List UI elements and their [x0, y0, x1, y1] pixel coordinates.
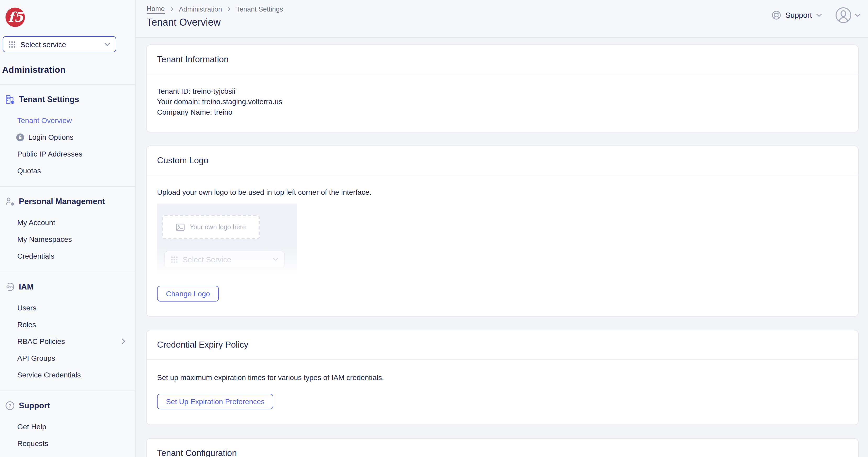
sidebar-section-header-iam[interactable]: IAM: [0, 281, 135, 293]
f5-logo-text: f5: [8, 9, 24, 25]
content-column: Home Administration Tenant Settings Tena…: [135, 0, 868, 457]
sidebar-item-roles[interactable]: Roles: [0, 316, 135, 333]
sidebar-section-header-support[interactable]: ? Support: [0, 399, 135, 412]
account-menu[interactable]: [835, 7, 861, 24]
sidebar-item-requests[interactable]: Requests: [0, 435, 135, 452]
sidebar-section-iam: IAM Users Roles RBAC Policies API Groups: [0, 272, 135, 391]
sidebar-section-personal-management: Personal Management My Account My Namesp…: [0, 186, 135, 272]
f5-logo-icon: f5: [5, 7, 25, 27]
mock-select-service: Select Service: [164, 251, 285, 268]
sidebar-section-support: ? Support Get Help Requests: [0, 391, 135, 457]
chevron-right-icon: [169, 6, 174, 11]
custom-logo-card: Custom Logo Upload your own logo to be u…: [146, 146, 859, 317]
select-service-label: Select service: [21, 40, 66, 49]
logo-placeholder-label: Your own logo here: [190, 222, 246, 233]
grid-icon: [170, 256, 178, 263]
chevron-down-icon: [104, 42, 111, 46]
chevron-down-icon: [816, 13, 822, 17]
sidebar-item-login-options[interactable]: Login Options: [0, 129, 135, 146]
sidebar-nav: Tenant Settings Tenant Overview Login Op…: [0, 84, 135, 457]
sidebar-item-rbac-policies[interactable]: RBAC Policies: [0, 333, 135, 350]
card-title: Credential Expiry Policy: [157, 340, 248, 350]
sidebar-section-title: Tenant Settings: [19, 95, 79, 104]
sidebar-item-label: RBAC Policies: [17, 337, 65, 345]
company-name-line: Company Name: treino: [157, 107, 847, 117]
page-header: Home Administration Tenant Settings Tena…: [135, 0, 868, 38]
card-title: Tenant Information: [157, 55, 228, 64]
lock-badge-icon: [16, 133, 24, 141]
support-menu-label: Support: [785, 11, 812, 19]
sidebar-section-header-tenant-settings[interactable]: Tenant Settings: [0, 93, 135, 106]
breadcrumb-item-tenant-settings: Tenant Settings: [236, 5, 283, 13]
sidebar-items: Tenant Overview Login Options Public IP …: [0, 112, 135, 179]
breadcrumb: Home Administration Tenant Settings: [147, 0, 868, 13]
building-gear-icon: [5, 94, 15, 105]
sidebar-items: My Account My Namespaces Credentials: [0, 214, 135, 264]
mock-select-service-label: Select Service: [183, 254, 231, 265]
sidebar-item-label: Login Options: [28, 133, 73, 141]
tenant-configuration-card: Tenant Configuration: [146, 438, 859, 457]
sidebar-items: Get Help Requests: [0, 418, 135, 452]
chevron-right-icon: [227, 6, 231, 11]
main-content: Tenant Information Tenant ID: treino-tyj…: [135, 38, 868, 457]
sidebar-items: Users Roles RBAC Policies API Groups Ser…: [0, 299, 135, 383]
page-title: Tenant Overview: [147, 16, 868, 29]
sidebar-item-users[interactable]: Users: [0, 299, 135, 316]
svg-text:?: ?: [8, 403, 11, 408]
set-up-expiration-preferences-button[interactable]: Set Up Expiration Preferences: [157, 394, 274, 409]
f5-logo[interactable]: f5: [5, 7, 25, 27]
sidebar-item-tenant-overview[interactable]: Tenant Overview: [0, 112, 135, 129]
chevron-down-icon: [273, 257, 279, 261]
sidebar-section-title: Support: [19, 401, 50, 410]
sidebar-item-service-credentials[interactable]: Service Credentials: [0, 366, 135, 383]
question-circle-icon: ?: [5, 400, 15, 411]
card-title: Tenant Configuration: [157, 448, 237, 457]
sidebar-item-public-ip-addresses[interactable]: Public IP Addresses: [0, 146, 135, 162]
sidebar-section-header-personal-management[interactable]: Personal Management: [0, 195, 135, 208]
change-logo-button[interactable]: Change Logo: [157, 286, 219, 302]
chevron-down-icon: [855, 13, 861, 17]
key-circle-icon: [5, 282, 15, 292]
sidebar-section-title: IAM: [19, 282, 34, 292]
credential-expiry-policy-card: Credential Expiry Policy Set up maximum …: [146, 330, 859, 425]
sidebar-item-quotas[interactable]: Quotas: [0, 162, 135, 179]
logo-placeholder-box: Your own logo here: [162, 215, 260, 239]
sidebar-item-credentials[interactable]: Credentials: [0, 248, 135, 264]
header-actions: Support: [771, 0, 861, 30]
person-gear-icon: [5, 196, 15, 207]
select-service-dropdown[interactable]: Select service: [3, 36, 116, 52]
sidebar-item-get-help[interactable]: Get Help: [0, 418, 135, 435]
tenant-domain-line: Your domain: treino.staging.volterra.us: [157, 96, 847, 107]
sidebar-item-my-namespaces[interactable]: My Namespaces: [0, 231, 135, 248]
support-menu[interactable]: Support: [771, 10, 822, 21]
image-icon: [176, 223, 185, 231]
sidebar-item-api-groups[interactable]: API Groups: [0, 350, 135, 366]
custom-logo-description: Upload your own logo to be used in top l…: [157, 187, 847, 197]
tenant-id-line: Tenant ID: treino-tyjcbsii: [157, 86, 847, 96]
sidebar-section-title: Personal Management: [19, 197, 105, 206]
credential-expiry-description: Set up maximum expiration times for vari…: [157, 372, 847, 383]
sidebar: f5 Select service Administration: [0, 0, 135, 457]
logo-preview-panel: Your own logo here Select Service: [157, 204, 297, 273]
sidebar-item-my-account[interactable]: My Account: [0, 214, 135, 231]
card-title: Custom Logo: [157, 155, 208, 165]
sidebar-context-title: Administration: [2, 64, 135, 77]
breadcrumb-item-administration: Administration: [179, 5, 222, 13]
app-root: f5 Select service Administration: [0, 0, 868, 457]
lifebuoy-icon: [771, 10, 782, 21]
chevron-right-icon: [121, 338, 126, 344]
grid-icon: [8, 40, 16, 48]
avatar-icon: [835, 7, 852, 24]
breadcrumb-home-link[interactable]: Home: [147, 4, 165, 13]
sidebar-section-tenant-settings: Tenant Settings Tenant Overview Login Op…: [0, 84, 135, 186]
tenant-information-card: Tenant Information Tenant ID: treino-tyj…: [146, 44, 859, 132]
